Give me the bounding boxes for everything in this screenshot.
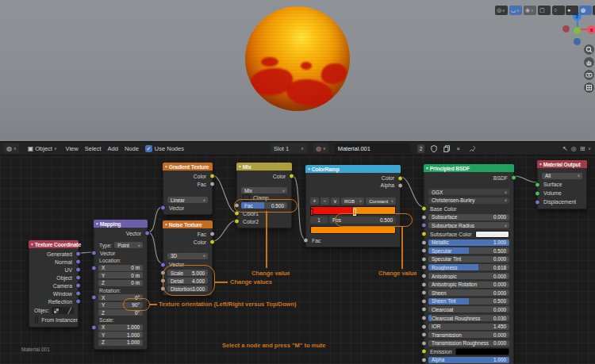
ramp-stop-0[interactable] [310,209,313,216]
node-noise-texture[interactable]: ▾Noise TextureFacColor3D∨VectorScale5.00… [163,220,213,296]
number-field[interactable]: Z0 m [98,280,143,286]
material-users-count[interactable]: 2 [417,144,425,153]
value-slider[interactable]: Fac0.500 [241,202,287,209]
input-socket[interactable] [421,332,427,338]
value-slider[interactable]: IOR1.450 [428,324,509,330]
value-slider[interactable]: Alpha1.000 [428,357,509,363]
node-editor-canvas[interactable]: ▾Texture CoordinateGeneratedNormalUVObje… [0,155,595,364]
collapse-icon[interactable]: ▾ [539,162,542,167]
number-field[interactable]: X1.000 [98,324,143,331]
input-socket[interactable] [421,248,427,254]
shading-material-preview-button[interactable]: ◍ [579,6,592,15]
output-socket[interactable] [75,251,81,257]
shader-type-dropdown[interactable]: ▣ Object ∨ [25,144,60,153]
snap-magnet-button[interactable]: ◡∨ [509,6,522,15]
value-slider[interactable]: Sheen0.000 [428,289,509,296]
node-header-mapping[interactable]: ▾Mapping [94,220,148,228]
node-header-material-output[interactable]: ▾Material Output [537,160,587,168]
value-slider[interactable]: Roughness0.618 [428,264,509,270]
node-texture-coordinate[interactable]: ▾Texture CoordinateGeneratedNormalUVObje… [29,240,79,328]
input-socket[interactable] [160,278,166,284]
ramp-options-dropdown[interactable]: ∨ [331,197,340,205]
node-mix[interactable]: ▾MixColorMix∨ClampFac0.500Color1Color2 [236,163,292,228]
input-socket[interactable] [234,203,240,209]
input-socket[interactable] [91,295,97,301]
node-header-colorramp[interactable]: ▾ColorRamp [305,165,401,173]
input-socket[interactable] [421,232,427,237]
output-socket[interactable] [144,231,150,236]
input-socket[interactable] [234,211,240,216]
material-name-field[interactable]: Material.001 [335,144,411,154]
shading-solid-button[interactable]: ● [566,6,578,15]
fake-user-shield-icon[interactable] [431,145,437,152]
output-socket[interactable] [209,182,215,187]
number-field[interactable]: X0 m [98,265,143,271]
node-header-texture-coordinate[interactable]: ▾Texture Coordinate [29,240,79,248]
value-slider[interactable]: Transmission0.000 [428,331,509,338]
node-gradient-texture[interactable]: ▾Gradient TextureColorFacLinear∨Vector [163,163,213,215]
value-slider[interactable]: Clearcoat0.000 [428,306,509,312]
node-header-mix[interactable]: ▾Mix [236,163,292,171]
pan-hand-icon[interactable] [584,57,594,67]
input-socket[interactable] [421,357,427,362]
gizmo-neg-x-ball[interactable] [562,25,570,33]
input-socket[interactable] [421,307,427,312]
dropdown[interactable]: Subsurface Radius∨ [428,222,509,228]
menu-view[interactable]: View [66,145,79,152]
input-socket[interactable] [421,265,427,270]
value-slider[interactable]: Clearcoat Roughness0.030 [428,315,509,321]
browse-material-dropdown[interactable]: ◍ ∨ [313,144,328,153]
gizmo-x-ball[interactable]: X [587,25,595,34]
output-socket[interactable] [209,239,215,245]
input-socket[interactable] [421,349,427,354]
number-field[interactable]: Y0 m [98,272,143,278]
use-nodes-checkbox[interactable]: ✓ Use Nodes [145,145,184,152]
node-header-principled-bsdf[interactable]: ▾Principled BSDF [424,164,514,172]
input-socket[interactable] [160,286,166,292]
output-socket[interactable] [209,232,215,237]
dropdown[interactable]: Mix∨ [241,187,287,193]
input-socket[interactable] [421,316,427,321]
value-slider[interactable]: Specular Tint0.000 [428,256,509,262]
collapse-icon[interactable]: ▾ [308,167,310,171]
collapse-icon[interactable]: ▾ [165,222,167,227]
parent-node-tree-icon[interactable]: ↖ [562,145,568,152]
node-header-noise-texture[interactable]: ▾Noise Texture [163,220,213,228]
value-slider[interactable]: Specular0.500 [428,247,509,254]
value-slider[interactable]: Anisotropic0.000 [428,273,509,279]
collapse-icon[interactable]: ▾ [239,164,241,169]
perspective-toggle-icon[interactable] [584,82,594,93]
value-slider[interactable]: Subsurface0.000 [428,214,509,220]
number-field[interactable]: Scale5.000 [167,270,208,276]
dropdown[interactable]: Christensen-Burley∨ [428,197,509,204]
output-socket[interactable] [397,175,403,181]
stop-position-field[interactable]: Pos0.500 [329,216,396,224]
camera-view-icon[interactable] [584,70,594,80]
value-slider[interactable]: Transmission Roughness0.000 [428,340,509,347]
menu-node[interactable]: Node [125,145,139,152]
output-socket[interactable] [75,267,81,273]
zoom-icon[interactable] [584,44,594,55]
material-slot-dropdown[interactable]: Slot 1 ∨ [271,144,307,153]
color-mode-dropdown[interactable]: RGB∨ [341,197,364,205]
number-field[interactable]: Z0° [98,309,143,316]
input-socket[interactable] [421,340,427,346]
input-socket[interactable] [160,270,166,276]
input-socket[interactable] [421,223,427,228]
snapping-icon[interactable]: ⊞ [580,145,585,152]
value-slider[interactable]: Metallic1.000 [428,239,509,246]
value-slider[interactable]: Anisotropic Rotation0.000 [428,282,509,288]
input-socket[interactable] [421,214,427,220]
shading-wireframe-button[interactable]: ○ [552,6,565,15]
color-swatch[interactable] [455,348,509,355]
value-slider[interactable]: Sheen Tint0.500 [428,298,509,305]
sphere-object[interactable] [245,6,350,111]
gizmos-toggle-button[interactable]: ▢ [538,6,551,15]
output-socket[interactable] [209,174,215,179]
input-socket[interactable] [421,206,427,212]
3d-viewport[interactable]: ◎∨◡∨◉∨▢○●◍◑∨ Z X [0,0,595,141]
input-socket[interactable] [160,262,166,267]
input-socket[interactable] [421,298,427,304]
input-socket[interactable] [421,282,427,287]
output-socket[interactable] [511,175,516,181]
